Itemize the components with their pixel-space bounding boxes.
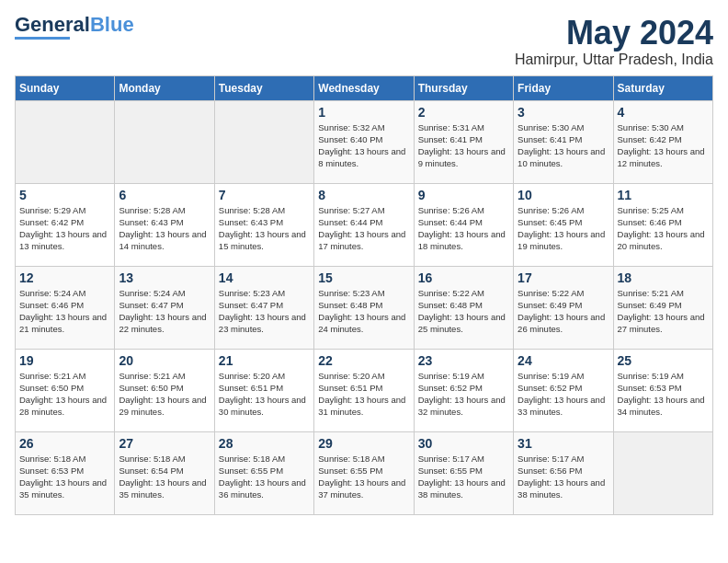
day-number: 8 — [318, 188, 409, 202]
calendar-cell — [613, 431, 712, 514]
day-info: Sunrise: 5:18 AM Sunset: 6:55 PM Dayligh… — [318, 453, 409, 501]
calendar-cell: 27Sunrise: 5:18 AM Sunset: 6:54 PM Dayli… — [115, 431, 214, 514]
day-info: Sunrise: 5:22 AM Sunset: 6:48 PM Dayligh… — [418, 287, 509, 336]
day-info: Sunrise: 5:27 AM Sunset: 6:44 PM Dayligh… — [318, 204, 409, 253]
day-info: Sunrise: 5:26 AM Sunset: 6:45 PM Dayligh… — [518, 204, 609, 253]
calendar-cell: 31Sunrise: 5:17 AM Sunset: 6:56 PM Dayli… — [514, 431, 613, 514]
day-number: 7 — [219, 188, 310, 202]
day-number: 28 — [219, 436, 310, 451]
day-number: 11 — [618, 188, 709, 202]
day-number: 6 — [119, 188, 210, 202]
calendar-cell: 24Sunrise: 5:19 AM Sunset: 6:52 PM Dayli… — [514, 349, 613, 431]
calendar-cell: 18Sunrise: 5:21 AM Sunset: 6:49 PM Dayli… — [613, 266, 712, 349]
calendar-header-row: SundayMondayTuesdayWednesdayThursdayFrid… — [16, 75, 713, 100]
calendar-week-2: 5Sunrise: 5:29 AM Sunset: 6:42 PM Daylig… — [16, 183, 713, 266]
day-info: Sunrise: 5:18 AM Sunset: 6:54 PM Dayligh… — [119, 453, 210, 501]
day-info: Sunrise: 5:19 AM Sunset: 6:53 PM Dayligh… — [618, 370, 709, 419]
day-number: 24 — [518, 353, 609, 368]
day-info: Sunrise: 5:23 AM Sunset: 6:47 PM Dayligh… — [219, 287, 310, 336]
day-number: 25 — [618, 353, 709, 368]
calendar-cell: 9Sunrise: 5:26 AM Sunset: 6:44 PM Daylig… — [414, 183, 513, 266]
logo-text: GeneralBlue — [15, 15, 134, 35]
day-info: Sunrise: 5:29 AM Sunset: 6:42 PM Dayligh… — [19, 204, 110, 253]
calendar-cell: 20Sunrise: 5:21 AM Sunset: 6:50 PM Dayli… — [115, 349, 214, 431]
calendar-week-3: 12Sunrise: 5:24 AM Sunset: 6:46 PM Dayli… — [16, 266, 713, 349]
day-number: 16 — [418, 270, 509, 285]
calendar-cell — [214, 100, 313, 183]
calendar-cell: 5Sunrise: 5:29 AM Sunset: 6:42 PM Daylig… — [16, 183, 115, 266]
day-info: Sunrise: 5:21 AM Sunset: 6:50 PM Dayligh… — [119, 370, 210, 419]
calendar-cell: 12Sunrise: 5:24 AM Sunset: 6:46 PM Dayli… — [16, 266, 115, 349]
header-cell-wednesday: Wednesday — [314, 75, 414, 100]
day-info: Sunrise: 5:23 AM Sunset: 6:48 PM Dayligh… — [318, 287, 409, 336]
calendar-cell: 6Sunrise: 5:28 AM Sunset: 6:43 PM Daylig… — [115, 183, 214, 266]
day-number: 9 — [418, 188, 509, 202]
calendar-cell: 1Sunrise: 5:32 AM Sunset: 6:40 PM Daylig… — [314, 100, 414, 183]
day-info: Sunrise: 5:18 AM Sunset: 6:55 PM Dayligh… — [219, 453, 310, 501]
calendar-table: SundayMondayTuesdayWednesdayThursdayFrid… — [15, 75, 713, 515]
day-info: Sunrise: 5:20 AM Sunset: 6:51 PM Dayligh… — [219, 370, 310, 419]
day-info: Sunrise: 5:28 AM Sunset: 6:43 PM Dayligh… — [219, 204, 310, 253]
day-number: 14 — [219, 270, 310, 285]
day-number: 15 — [318, 270, 409, 285]
day-info: Sunrise: 5:17 AM Sunset: 6:56 PM Dayligh… — [518, 453, 609, 501]
day-info: Sunrise: 5:19 AM Sunset: 6:52 PM Dayligh… — [518, 370, 609, 419]
title-area: May 2024 Hamirpur, Uttar Pradesh, India — [515, 15, 713, 68]
day-number: 5 — [19, 188, 110, 202]
header-cell-monday: Monday — [115, 75, 214, 100]
calendar-cell: 10Sunrise: 5:26 AM Sunset: 6:45 PM Dayli… — [514, 183, 613, 266]
day-info: Sunrise: 5:20 AM Sunset: 6:51 PM Dayligh… — [318, 370, 409, 419]
calendar-cell: 14Sunrise: 5:23 AM Sunset: 6:47 PM Dayli… — [214, 266, 313, 349]
calendar-cell: 8Sunrise: 5:27 AM Sunset: 6:44 PM Daylig… — [314, 183, 414, 266]
day-number: 30 — [418, 436, 509, 451]
calendar-week-1: 1Sunrise: 5:32 AM Sunset: 6:40 PM Daylig… — [16, 100, 713, 183]
logo-underline — [15, 37, 70, 40]
calendar-cell: 19Sunrise: 5:21 AM Sunset: 6:50 PM Dayli… — [16, 349, 115, 431]
calendar-cell: 30Sunrise: 5:17 AM Sunset: 6:55 PM Dayli… — [414, 431, 513, 514]
day-number: 21 — [219, 353, 310, 368]
day-number: 29 — [318, 436, 409, 451]
day-info: Sunrise: 5:21 AM Sunset: 6:49 PM Dayligh… — [618, 287, 709, 336]
day-info: Sunrise: 5:28 AM Sunset: 6:43 PM Dayligh… — [119, 204, 210, 253]
calendar-cell: 26Sunrise: 5:18 AM Sunset: 6:53 PM Dayli… — [16, 431, 115, 514]
calendar-cell: 3Sunrise: 5:30 AM Sunset: 6:41 PM Daylig… — [514, 100, 613, 183]
day-number: 4 — [618, 105, 709, 120]
day-number: 22 — [318, 353, 409, 368]
calendar-cell: 21Sunrise: 5:20 AM Sunset: 6:51 PM Dayli… — [214, 349, 313, 431]
calendar-cell: 29Sunrise: 5:18 AM Sunset: 6:55 PM Dayli… — [314, 431, 414, 514]
calendar-cell: 28Sunrise: 5:18 AM Sunset: 6:55 PM Dayli… — [214, 431, 313, 514]
calendar-cell — [115, 100, 214, 183]
header-cell-tuesday: Tuesday — [214, 75, 313, 100]
day-number: 31 — [518, 436, 609, 451]
location-title: Hamirpur, Uttar Pradesh, India — [515, 52, 713, 68]
day-info: Sunrise: 5:25 AM Sunset: 6:46 PM Dayligh… — [618, 204, 709, 253]
calendar-cell: 4Sunrise: 5:30 AM Sunset: 6:42 PM Daylig… — [613, 100, 712, 183]
day-info: Sunrise: 5:22 AM Sunset: 6:49 PM Dayligh… — [518, 287, 609, 336]
calendar-cell: 22Sunrise: 5:20 AM Sunset: 6:51 PM Dayli… — [314, 349, 414, 431]
day-number: 1 — [318, 105, 409, 120]
calendar-cell — [16, 100, 115, 183]
month-title: May 2024 — [515, 15, 713, 52]
calendar-cell: 25Sunrise: 5:19 AM Sunset: 6:53 PM Dayli… — [613, 349, 712, 431]
calendar-cell: 2Sunrise: 5:31 AM Sunset: 6:41 PM Daylig… — [414, 100, 513, 183]
day-info: Sunrise: 5:17 AM Sunset: 6:55 PM Dayligh… — [418, 453, 509, 501]
calendar-cell: 7Sunrise: 5:28 AM Sunset: 6:43 PM Daylig… — [214, 183, 313, 266]
calendar-cell: 11Sunrise: 5:25 AM Sunset: 6:46 PM Dayli… — [613, 183, 712, 266]
day-number: 13 — [119, 270, 210, 285]
day-info: Sunrise: 5:18 AM Sunset: 6:53 PM Dayligh… — [19, 453, 110, 501]
day-number: 3 — [518, 105, 609, 120]
day-info: Sunrise: 5:24 AM Sunset: 6:47 PM Dayligh… — [119, 287, 210, 336]
day-number: 17 — [518, 270, 609, 285]
day-info: Sunrise: 5:32 AM Sunset: 6:40 PM Dayligh… — [318, 121, 409, 170]
calendar-week-5: 26Sunrise: 5:18 AM Sunset: 6:53 PM Dayli… — [16, 431, 713, 514]
day-number: 23 — [418, 353, 509, 368]
logo: GeneralBlue — [15, 15, 134, 40]
day-info: Sunrise: 5:19 AM Sunset: 6:52 PM Dayligh… — [418, 370, 509, 419]
header-cell-saturday: Saturday — [613, 75, 712, 100]
day-number: 2 — [418, 105, 509, 120]
day-number: 12 — [19, 270, 110, 285]
header-cell-thursday: Thursday — [414, 75, 513, 100]
day-number: 10 — [518, 188, 609, 202]
calendar-cell: 15Sunrise: 5:23 AM Sunset: 6:48 PM Dayli… — [314, 266, 414, 349]
calendar-week-4: 19Sunrise: 5:21 AM Sunset: 6:50 PM Dayli… — [16, 349, 713, 431]
